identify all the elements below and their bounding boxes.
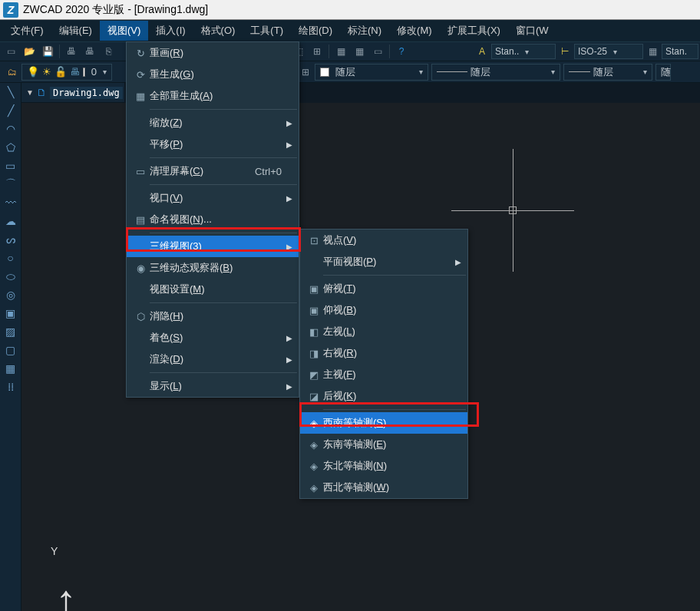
revcloud-icon[interactable]: ᔕ xyxy=(3,232,18,247)
hatch-icon[interactable]: ▨ xyxy=(3,324,18,339)
text-style-dropdown[interactable]: Stan.. ▾ xyxy=(491,44,556,59)
menubar-item-7[interactable]: 标注(N) xyxy=(340,21,389,41)
circle-icon[interactable]: ○ xyxy=(3,250,18,266)
menu-item-label: 右视(R) xyxy=(323,346,451,360)
title-bar: Z ZWCAD 2020 专业版 - [Drawing1.dwg] xyxy=(0,0,700,20)
donut-icon[interactable]: ◎ xyxy=(3,287,18,302)
arc-icon[interactable]: ◠ xyxy=(3,121,18,137)
view-menu-item-20[interactable]: 显示(L)▶ xyxy=(127,375,299,397)
menubar-item-6[interactable]: 绘图(D) xyxy=(291,21,340,41)
line-icon[interactable]: ╲ xyxy=(3,84,18,100)
view-menu-item-5[interactable]: 平移(P)▶ xyxy=(127,134,299,155)
view-menu-item-17[interactable]: 着色(S)▶ xyxy=(127,327,299,348)
file-tab[interactable]: Drawing1.dwg xyxy=(50,87,123,99)
grid-icon[interactable]: ▦ xyxy=(351,44,368,59)
print-icon[interactable]: 🖶 xyxy=(63,44,80,59)
menubar-item-1[interactable]: 编辑(E) xyxy=(51,21,100,41)
view-menu-item-4[interactable]: 缩放(Z)▶ xyxy=(127,112,299,134)
print-preview-icon[interactable]: 🖶 xyxy=(81,44,98,59)
3dview-submenu-item-4[interactable]: ▣仰视(B) xyxy=(300,299,467,321)
view-menu: ↻重画(R)⟳重生成(G)▦全部重生成(A)缩放(Z)▶平移(P)▶▭清理屏幕(… xyxy=(126,41,299,398)
dim-style-value: ISO-25 xyxy=(578,46,607,57)
3dview-submenu-item-10[interactable]: ◈西南等轴测(S) xyxy=(300,412,467,434)
3dview-submenu-item-8[interactable]: ◪后视(K) xyxy=(300,385,467,407)
cloud-icon[interactable]: ☁ xyxy=(3,213,18,229)
menu-item-label: 平移(P) xyxy=(150,137,282,151)
menubar-item-5[interactable]: 工具(T) xyxy=(243,21,291,41)
3dview-submenu-item-6[interactable]: ◨右视(R) xyxy=(300,342,467,364)
textstyle-icon[interactable]: A xyxy=(474,44,490,59)
view-menu-item-9[interactable]: 视口(V)▶ xyxy=(127,187,299,209)
dimstyle-icon[interactable]: ⊢ xyxy=(556,44,573,59)
chevron-down-icon: ▾ xyxy=(522,48,529,56)
layer-manager-icon[interactable]: 🗂 xyxy=(4,64,21,80)
prop-icon[interactable]: ⊞ xyxy=(297,64,314,80)
menu-item-icon: ◈ xyxy=(305,439,323,451)
region-icon[interactable]: ▢ xyxy=(3,342,18,358)
block-icon[interactable]: ▣ xyxy=(3,306,18,321)
new-icon[interactable]: ▭ xyxy=(2,44,19,59)
3dview-submenu-item-3[interactable]: ▣俯视(T) xyxy=(300,278,467,299)
view-menu-item-13[interactable]: ◉三维动态观察器(B) xyxy=(127,257,299,279)
menubar-item-3[interactable]: 插入(I) xyxy=(148,21,193,41)
lineweight-preview xyxy=(569,71,590,72)
3dview-submenu-item-5[interactable]: ◧左视(L) xyxy=(300,321,467,342)
layer-dropdown[interactable]: 💡 ☀ 🔓 🖶 0 ▾ xyxy=(21,64,112,81)
view-menu-item-16[interactable]: ⬡消隐(H) xyxy=(127,306,299,327)
rectangle-icon[interactable]: ▭ xyxy=(3,158,18,173)
tool-icon-2[interactable]: ⊞ xyxy=(309,44,325,59)
3dview-submenu-item-1[interactable]: 平面视图(P)▶ xyxy=(300,251,467,272)
arc2-icon[interactable]: ⌒ xyxy=(3,177,18,192)
view-menu-item-10[interactable]: ▤命名视图(N)... xyxy=(127,209,299,230)
submenu-arrow-icon: ▶ xyxy=(282,194,292,203)
tree-expand-icon[interactable]: ▼ xyxy=(26,88,34,97)
tablestyle-icon[interactable]: ▦ xyxy=(644,44,661,59)
table-icon[interactable]: ▦ xyxy=(332,44,349,59)
menu-item-label: 显示(L) xyxy=(150,379,282,393)
3dview-submenu-item-7[interactable]: ◩主视(F) xyxy=(300,364,467,385)
view-menu-item-14[interactable]: 视图设置(M) xyxy=(127,279,299,300)
color-dropdown[interactable]: 随层 ▾ xyxy=(315,64,428,81)
menubar-item-2[interactable]: 视图(V) xyxy=(100,21,148,41)
view-menu-item-2[interactable]: ▦全部重生成(A) xyxy=(127,85,299,107)
color-swatch xyxy=(320,68,329,77)
3dview-submenu-item-12[interactable]: ◈东北等轴测(N) xyxy=(300,455,467,477)
linetype-dropdown[interactable]: 随层 ▾ xyxy=(431,64,560,81)
plotstyle-dropdown[interactable]: 随 xyxy=(655,64,671,81)
menu-item-label: 视点(V) xyxy=(323,233,451,247)
menu-item-label: 全部重生成(A) xyxy=(150,89,282,103)
menubar-item-0[interactable]: 文件(F) xyxy=(3,21,51,41)
3dview-submenu-item-0[interactable]: ⊡视点(V) xyxy=(300,230,467,251)
table-style-dropdown[interactable]: Stan. xyxy=(662,44,698,59)
menu-item-label: 视图设置(M) xyxy=(150,282,282,296)
ellipse-icon[interactable]: ⬭ xyxy=(3,269,18,284)
table-icon[interactable]: ▦ xyxy=(3,361,18,376)
layer-color-swatch xyxy=(83,68,85,77)
lineweight-dropdown[interactable]: 随层 ▾ xyxy=(563,64,652,81)
save-icon[interactable]: 💾 xyxy=(39,44,56,59)
menubar-item-4[interactable]: 格式(O) xyxy=(193,21,243,41)
view-menu-item-1[interactable]: ⟳重生成(G) xyxy=(127,64,299,85)
window-icon[interactable]: ▭ xyxy=(369,44,386,59)
menubar-item-9[interactable]: 扩展工具(X) xyxy=(440,21,508,41)
menubar-item-8[interactable]: 修改(M) xyxy=(389,21,440,41)
3dview-submenu-item-13[interactable]: ◈西北等轴测(W) xyxy=(300,477,467,498)
3dview-submenu-item-11[interactable]: ◈东南等轴测(E) xyxy=(300,434,467,455)
publish-icon[interactable]: ⎘ xyxy=(100,44,117,59)
menu-bar: 文件(F)编辑(E)视图(V)插入(I)格式(O)工具(T)绘图(D)标注(N)… xyxy=(0,20,700,41)
open-icon[interactable]: 📂 xyxy=(21,44,38,59)
polygon-icon[interactable]: ⬠ xyxy=(3,140,18,155)
view-menu-item-18[interactable]: 渲染(D)▶ xyxy=(127,348,299,370)
help-icon[interactable]: ? xyxy=(393,44,410,59)
polyline-icon[interactable]: ╱ xyxy=(3,103,18,118)
dim-style-dropdown[interactable]: ISO-25 ▾ xyxy=(574,44,643,59)
view-menu-item-7[interactable]: ▭清理屏幕(C)Ctrl+0 xyxy=(127,160,299,182)
layer-toolbar: 🗂 💡 ☀ 🔓 🖶 0 ▾ ⊞ 随层 ▾ 随层 ▾ 随层 ▾ 随 xyxy=(0,61,700,83)
view-menu-item-0[interactable]: ↻重画(R) xyxy=(127,42,299,64)
menu-item-icon: ▦ xyxy=(131,91,150,102)
menubar-item-10[interactable]: 窗口(W xyxy=(508,21,556,41)
lightbulb-icon: 💡 xyxy=(27,66,39,78)
view-menu-item-12[interactable]: 三维视图(3)▶ xyxy=(127,236,299,257)
grid-icon[interactable]: ⁞⁞ xyxy=(3,379,18,395)
spline-icon[interactable]: 〰 xyxy=(3,195,18,210)
